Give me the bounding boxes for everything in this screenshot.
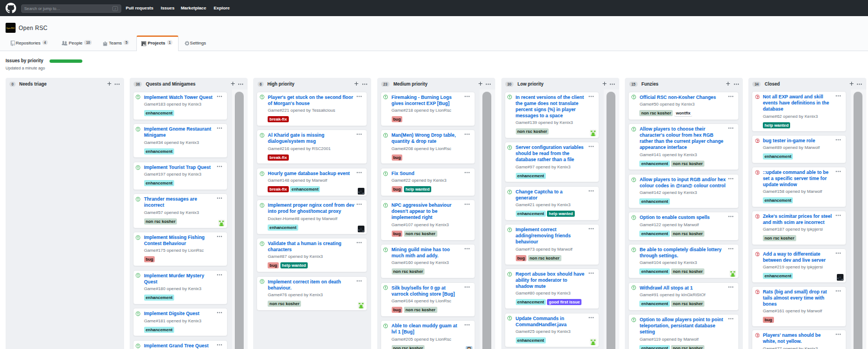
svg-text:Open RSC: Open RSC: [6, 27, 15, 29]
